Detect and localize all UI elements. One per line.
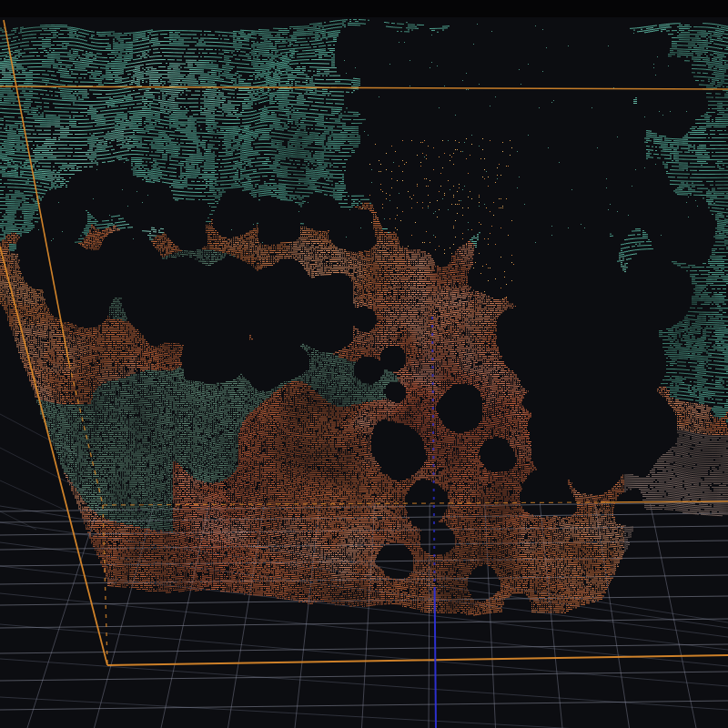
viewport-3d[interactable] (0, 0, 728, 728)
point-cloud-canvas[interactable] (0, 0, 728, 728)
